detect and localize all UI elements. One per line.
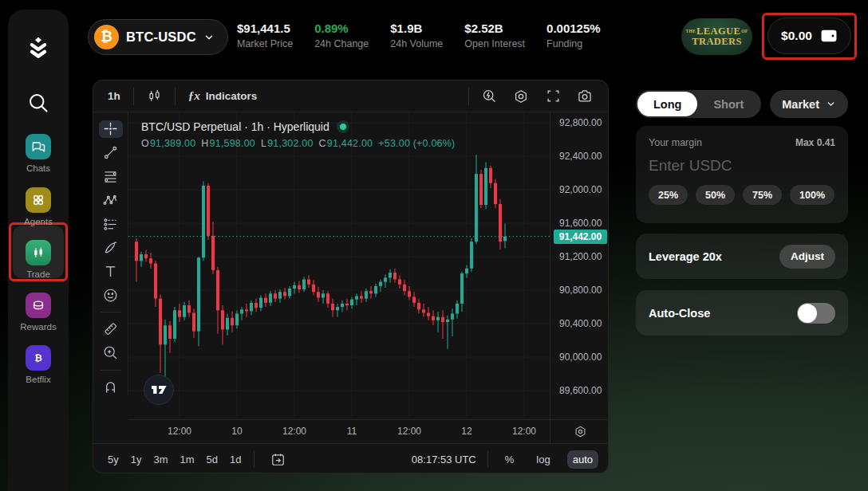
go-to-date-button[interactable] bbox=[266, 447, 290, 471]
measure-tool[interactable] bbox=[99, 320, 123, 338]
order-type-value: Market bbox=[782, 98, 819, 111]
calendar-arrow-icon bbox=[270, 452, 286, 467]
chart-plot-area[interactable]: BTC/USD Perpetual · 1h · Hyperliquid O91… bbox=[128, 112, 550, 419]
sidebar-item-betflix[interactable]: ₿ Betflix bbox=[8, 345, 69, 384]
chart-legend: BTC/USD Perpetual · 1h · Hyperliquid O91… bbox=[141, 120, 455, 149]
auto-scale-button[interactable]: auto bbox=[567, 450, 598, 469]
sidebar-item-trade[interactable]: Trade bbox=[8, 240, 69, 279]
stat-value: 0.89% bbox=[314, 22, 369, 35]
interval-button[interactable]: 1h bbox=[103, 87, 125, 105]
axis-settings-button[interactable] bbox=[550, 419, 609, 443]
sidebar-item-rewards[interactable]: Rewards bbox=[8, 293, 69, 332]
x-axis-label: 10 bbox=[231, 426, 242, 437]
time-axis[interactable]: 12:001012:001112:001212:00 bbox=[128, 419, 550, 443]
pattern-tool[interactable] bbox=[99, 191, 123, 209]
pair-name: BTC-USDC bbox=[126, 29, 196, 45]
crosshair-tool[interactable] bbox=[99, 120, 123, 138]
projection-tool[interactable] bbox=[99, 215, 123, 233]
candlestick-style-icon bbox=[147, 88, 162, 104]
wallet-balance-button[interactable]: $0.00 bbox=[767, 18, 851, 54]
range-button-5d[interactable]: 5d bbox=[207, 454, 218, 465]
betflix-b-icon: ₿ bbox=[30, 350, 46, 366]
search-icon bbox=[27, 92, 49, 114]
price-axis[interactable]: 91,442.00 92,800.0092,400.0092,000.0091,… bbox=[550, 112, 609, 419]
coins-rewards-icon bbox=[30, 297, 46, 313]
pair-selector-button[interactable]: ₿ BTC-USDC bbox=[88, 19, 228, 55]
app-logo[interactable] bbox=[8, 35, 69, 61]
trendline-tool[interactable] bbox=[99, 144, 123, 162]
trade-panel: Long Short Market Your margin Max 0.41 2… bbox=[636, 90, 848, 118]
wallet-icon bbox=[820, 29, 838, 43]
ohlc-values: O91,389.00H91,598.00L91,302.00C91,442.00… bbox=[141, 138, 455, 149]
league-the: THE bbox=[686, 29, 696, 34]
percent-scale-button[interactable]: % bbox=[499, 450, 520, 469]
indicators-button[interactable]: ƒx Indicators bbox=[183, 86, 262, 106]
magnet-tool[interactable] bbox=[99, 378, 123, 395]
league-of-traders-badge[interactable]: THE LEAGUE OF TRADERS bbox=[681, 18, 752, 55]
emoji-tool[interactable] bbox=[99, 286, 123, 304]
xabcd-pattern-icon bbox=[102, 192, 119, 209]
crosshair-icon bbox=[102, 120, 119, 137]
toolbar-divider bbox=[254, 451, 254, 467]
log-scale-button[interactable]: log bbox=[531, 450, 555, 469]
fullscreen-button[interactable] bbox=[541, 84, 565, 108]
chart-style-button[interactable] bbox=[142, 85, 167, 107]
fx-icon: ƒx bbox=[188, 89, 200, 103]
fullscreen-icon bbox=[546, 88, 561, 104]
percent-button-25[interactable]: 25% bbox=[649, 185, 688, 205]
tab-long[interactable]: Long bbox=[637, 92, 697, 116]
x-axis-label: 12:00 bbox=[282, 426, 306, 437]
tools-divider bbox=[101, 370, 121, 371]
toolbar-divider bbox=[468, 88, 469, 105]
stat-24h-change: 0.89% 24h Change bbox=[314, 22, 369, 49]
y-axis-label: 91,600.00 bbox=[559, 218, 602, 229]
range-button-5y[interactable]: 5y bbox=[108, 454, 119, 465]
sidebar-item-chats[interactable]: Chats bbox=[8, 134, 69, 173]
snapshot-button[interactable] bbox=[573, 84, 597, 108]
indicators-label: Indicators bbox=[206, 90, 258, 102]
text-tool[interactable] bbox=[99, 263, 123, 281]
camera-icon bbox=[577, 88, 593, 104]
sidebar-item-label: Chats bbox=[26, 163, 50, 173]
percent-button-100[interactable]: 100% bbox=[790, 185, 834, 205]
zoom-in-tool[interactable] bbox=[99, 344, 123, 362]
sidebar-item-label: Betflix bbox=[26, 375, 50, 384]
sidebar-search-button[interactable] bbox=[8, 92, 69, 114]
text-icon bbox=[102, 263, 119, 280]
league-line2: TRADERS bbox=[692, 37, 742, 47]
percent-button-50[interactable]: 50% bbox=[696, 185, 735, 205]
chevron-down-icon bbox=[203, 32, 215, 43]
chart-settings-button[interactable] bbox=[509, 84, 533, 108]
clock-utc[interactable]: 08:17:53 UTC bbox=[412, 454, 476, 465]
tradingview-watermark[interactable] bbox=[143, 374, 175, 406]
app-root: Chats Agents Trade bbox=[0, 0, 868, 491]
toolbar-divider bbox=[175, 88, 176, 105]
margin-max[interactable]: Max 0.41 bbox=[795, 137, 835, 148]
brush-tool[interactable] bbox=[99, 239, 123, 257]
range-button-1y[interactable]: 1y bbox=[131, 454, 142, 465]
fib-lines-icon bbox=[102, 168, 119, 185]
percent-button-75[interactable]: 75% bbox=[743, 185, 782, 205]
gear-icon bbox=[513, 88, 529, 104]
current-price-label: 91,442.00 bbox=[554, 230, 607, 244]
range-button-1m[interactable]: 1m bbox=[180, 454, 195, 465]
trendline-icon bbox=[102, 144, 119, 161]
lightning-search-icon bbox=[481, 88, 497, 104]
stat-label: Open Interest bbox=[464, 38, 525, 49]
tab-short[interactable]: Short bbox=[697, 92, 760, 116]
order-type-dropdown[interactable]: Market bbox=[770, 90, 848, 118]
drawing-tools-column bbox=[93, 112, 128, 395]
auto-close-toggle[interactable] bbox=[797, 303, 835, 324]
sidebar-item-agents[interactable]: Agents bbox=[8, 187, 69, 226]
live-status-icon bbox=[337, 120, 349, 133]
agents-grid-icon bbox=[30, 192, 46, 208]
margin-amount-input[interactable] bbox=[649, 157, 835, 175]
fib-retracement-tool[interactable] bbox=[99, 168, 123, 186]
range-button-1d[interactable]: 1d bbox=[230, 454, 241, 465]
axis-gear-icon bbox=[574, 425, 587, 438]
range-button-3m[interactable]: 3m bbox=[153, 454, 168, 465]
sidebar-item-label: Agents bbox=[24, 217, 53, 226]
league-of: OF bbox=[741, 29, 748, 34]
adjust-leverage-button[interactable]: Adjust bbox=[779, 245, 835, 269]
quick-search-button[interactable] bbox=[477, 84, 501, 108]
